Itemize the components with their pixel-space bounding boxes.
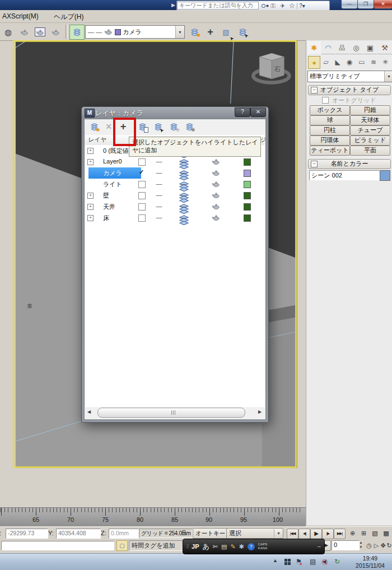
go-to-end-button[interactable]: ▶▶|	[334, 529, 346, 539]
tab-modify[interactable]: ◠	[321, 41, 335, 54]
selection-dropdown-arrow-icon[interactable]: ▾	[274, 529, 283, 538]
tab-display[interactable]: ▣	[363, 41, 377, 54]
freeze-toggle[interactable]: —	[178, 158, 189, 165]
expand-icon[interactable]: +	[87, 193, 94, 199]
tab-utilities[interactable]: ⚒	[377, 41, 392, 54]
y-coordinate-field[interactable]: 40354.408	[56, 529, 101, 539]
current-layer-dropdown[interactable]: — — カメラ ▾	[85, 25, 185, 39]
subcategory-cameras[interactable]: ◉	[344, 56, 355, 68]
expand-icon[interactable]: +	[87, 159, 94, 165]
ime-pad-icon[interactable]: ▤	[221, 543, 227, 550]
play-button[interactable]: ▶	[310, 529, 322, 539]
render-toggle-teapot-icon[interactable]	[212, 181, 221, 188]
layer-combo-arrow-icon[interactable]: ▾	[175, 26, 184, 38]
current-layer-checkbox[interactable]	[138, 192, 146, 199]
button-sphere[interactable]: 球	[310, 115, 350, 125]
communicate-icon[interactable]: ✈	[278, 3, 287, 9]
sync-status-icon[interactable]: ↻	[334, 558, 340, 566]
scroll-left-arrow-icon[interactable]: ◀	[86, 408, 92, 417]
layer-name[interactable]: 0 (既定値)	[103, 147, 131, 155]
primitive-category-dropdown[interactable]: 標準プリミティブ ▾	[307, 71, 392, 82]
layer-color-swatch[interactable]	[244, 158, 251, 166]
menu-help[interactable]: ヘルプ(H)	[52, 12, 86, 22]
search-input[interactable]	[177, 2, 259, 10]
autogrid-checkbox[interactable]	[322, 97, 329, 104]
create-new-layer-button[interactable]: ✱	[87, 120, 101, 133]
favorites-star-icon[interactable]: ☆	[287, 2, 297, 10]
current-layer-checkbox[interactable]	[138, 158, 146, 166]
hide-toggle[interactable]: —	[153, 169, 165, 176]
render-toggle-teapot-icon[interactable]	[212, 158, 221, 165]
ime-grip-icon[interactable]: ⁞⁞	[186, 544, 188, 549]
ime-help-icon[interactable]: ?	[248, 543, 255, 550]
subcategory-geometry[interactable]: ●	[308, 56, 320, 69]
zoom-extents-all-icon[interactable]: ▧	[370, 529, 380, 538]
button-torus[interactable]: 円環体	[310, 136, 350, 146]
name-color-rollout-header[interactable]: − 名前とカラー	[308, 159, 391, 169]
freeze-toggle[interactable]: —	[178, 180, 189, 187]
frame-spinner[interactable]: ▲ ▼	[358, 540, 363, 550]
freeze-toggle[interactable]: —	[178, 203, 189, 209]
freeze-toggle[interactable]: —	[178, 191, 189, 198]
minimize-button[interactable]: —	[341, 0, 358, 9]
search-binoculars-icon[interactable]	[259, 3, 268, 9]
scrollbar-thumb[interactable]	[97, 408, 245, 418]
layer-row-1-layer0[interactable]: + Layer0 — —	[85, 156, 265, 167]
dropdown-arrow-icon[interactable]: ▾	[384, 71, 392, 82]
create-new-layer-button[interactable]: ✱	[187, 25, 202, 40]
ime-jp-label[interactable]: JP	[192, 543, 199, 550]
layer-row-4-wall[interactable]: + 壁 — —	[85, 190, 265, 201]
layer-row-5-ceiling[interactable]: + 天井 — —	[85, 201, 265, 212]
freeze-toggle[interactable]: —	[178, 214, 189, 221]
go-to-start-button[interactable]: |◀◀	[287, 529, 298, 539]
button-tube[interactable]: チューブ	[350, 125, 390, 136]
previous-frame-button[interactable]: ◀|	[298, 529, 310, 539]
orbit-icon[interactable]: ↻	[386, 541, 392, 550]
selection-set-dropdown[interactable]: 選択 ▾	[226, 528, 283, 539]
ime-input-mode-icon[interactable]: あ	[202, 542, 209, 552]
dialog-close-button[interactable]: ✕	[250, 108, 266, 117]
button-geosphere[interactable]: 天球体	[350, 115, 390, 125]
collapse-icon[interactable]: −	[311, 87, 318, 94]
layer-name[interactable]: ライト	[103, 180, 122, 189]
help-menu-button[interactable]: ?▾	[297, 3, 307, 9]
taskbar-clock[interactable]: 19:49 2015/11/04	[351, 555, 390, 569]
column-layer[interactable]: レイヤ	[88, 136, 106, 144]
action-center-icon[interactable]	[284, 559, 291, 565]
select-objects-in-layer-button[interactable]: ▧ ➤	[218, 25, 234, 40]
render-toggle-teapot-icon[interactable]	[212, 192, 221, 199]
next-frame-button[interactable]: |▶	[322, 529, 334, 539]
spinner-down-icon[interactable]: ▼	[358, 545, 363, 549]
select-object-icon[interactable]: ▷	[373, 541, 380, 550]
render-toggle-teapot-icon[interactable]	[212, 214, 221, 221]
zoom-extents-selected-icon[interactable]: ▩	[381, 529, 391, 538]
render-toggle-teapot-icon[interactable]	[212, 170, 221, 176]
caps-kana-indicator[interactable]: CAPS KANA	[258, 543, 267, 550]
show-hidden-icons-chevron[interactable]: ▲	[273, 558, 278, 563]
object-name-input[interactable]	[309, 170, 380, 180]
highlight-selected-objects-layers-button[interactable]: ➤	[151, 120, 165, 133]
zoom-region-icon[interactable]: ⊞	[358, 529, 369, 538]
ime-settings-icon[interactable]: ✱	[239, 543, 244, 550]
button-box[interactable]: ボックス	[310, 105, 350, 115]
teapot-tool-icon-3[interactable]	[48, 25, 63, 40]
subcategory-shapes[interactable]: ▱	[320, 56, 332, 68]
button-plane[interactable]: 平面	[350, 146, 390, 156]
current-layer-check[interactable]: ✓	[139, 169, 144, 176]
dialog-help-button[interactable]: ?	[235, 108, 250, 117]
layer-name[interactable]: 床	[103, 214, 109, 222]
tab-motion[interactable]: ◎	[349, 41, 363, 54]
layer-row-6-floor[interactable]: + 床 — —	[85, 212, 265, 223]
object-color-swatch[interactable]	[380, 170, 390, 181]
layer-row-2-camera-selected[interactable]: カメラ ✓ — —	[85, 167, 265, 179]
pan-hand-icon[interactable]: ✥	[380, 541, 386, 550]
viewcube-right-label[interactable]: 右	[274, 65, 281, 73]
layer-manager-toggle-button[interactable]	[69, 25, 85, 40]
expand-icon[interactable]: +	[87, 215, 94, 221]
x-coordinate-field[interactable]: -29299.73	[6, 529, 48, 539]
set-current-layer-button[interactable]: ➤	[235, 25, 250, 40]
search-expand-arrow-icon[interactable]: ▶	[171, 2, 175, 8]
button-teapot[interactable]: ティーポット	[310, 146, 350, 156]
button-pyramid[interactable]: ピラミッド	[350, 136, 390, 146]
layer-row-3-light[interactable]: ライト — —	[85, 179, 265, 190]
